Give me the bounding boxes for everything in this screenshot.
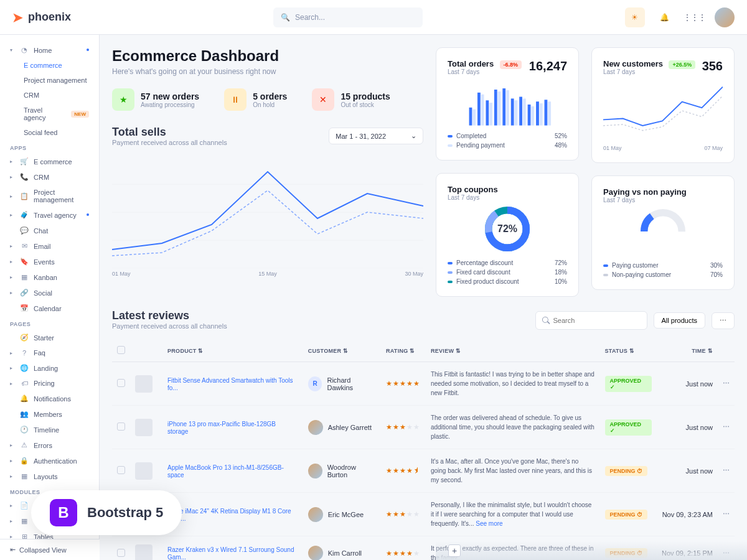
nav-social-feed[interactable]: Social feed: [0, 125, 99, 140]
section-pages: PAGES: [0, 316, 99, 330]
chart-x-labels: 01 May 15 May 30 May: [112, 271, 423, 277]
col-checkbox[interactable]: [112, 340, 130, 362]
app-crm[interactable]: ▸📞CRM: [0, 169, 99, 185]
nav-ecommerce[interactable]: E commerce: [0, 58, 99, 73]
reviews-title: Latest reviews: [112, 309, 227, 322]
status-badge: PENDING ⏱: [605, 466, 648, 476]
page-pricing[interactable]: ▸🏷Pricing: [0, 376, 99, 391]
user-avatar[interactable]: [715, 7, 735, 27]
app-pm[interactable]: ▸📋Project management: [0, 185, 99, 207]
page-faq[interactable]: ▸?Faq: [0, 345, 99, 360]
file-icon: 📄: [20, 502, 29, 510]
product-link[interactable]: Apple MacBook Pro 13 inch-M1-8/256GB-spa…: [167, 464, 284, 478]
svg-rect-15: [481, 95, 484, 126]
pct-badge: -6.8%: [500, 60, 522, 69]
tag-icon: 🏷: [20, 380, 29, 387]
product-link[interactable]: Apple iMac 24" 4K Retina Display M1 8 Co…: [167, 508, 291, 522]
row-actions-button[interactable]: ⋯: [723, 380, 730, 387]
col-rating[interactable]: RATING ⇅: [381, 340, 426, 362]
svg-rect-19: [515, 100, 518, 125]
product-link[interactable]: Fitbit Sense Advanced Smartwatch with To…: [167, 377, 293, 391]
nav-travel[interactable]: Travel agencyNEW: [0, 103, 99, 125]
chevron-down-icon: ▾: [10, 47, 12, 53]
page-notifications[interactable]: ▸🔔Notifications: [0, 391, 99, 406]
sidebar: ▾ ◔ Home E commerce Project management C…: [0, 35, 100, 560]
nav-crm[interactable]: CRM: [0, 88, 99, 103]
col-time[interactable]: TIME ⇅: [657, 340, 718, 362]
col-status[interactable]: STATUS ⇅: [600, 340, 657, 362]
col-customer[interactable]: CUSTOMER ⇅: [303, 340, 381, 362]
theme-toggle-icon[interactable]: ☀: [625, 7, 645, 27]
apps-grid-icon[interactable]: ⋮⋮⋮: [685, 7, 705, 27]
left-column: Ecommerce Dashboard Here's what's going …: [112, 47, 423, 297]
global-search[interactable]: 🔍 Search...: [273, 7, 423, 27]
svg-rect-10: [519, 97, 522, 126]
date-range-select[interactable]: Mar 1 - 31, 2022 ⌄: [329, 128, 423, 144]
page-timeline[interactable]: ▸🕐Timeline: [0, 422, 99, 437]
table-row: Apple MacBook Pro 13 inch-M1-8/256GB-spa…: [112, 449, 735, 493]
pause-icon: ⏸: [224, 88, 247, 111]
more-button[interactable]: ⋯: [712, 312, 735, 329]
customer-cell[interactable]: Ashley Garrett: [308, 420, 376, 435]
row-actions-button[interactable]: ⋯: [723, 510, 730, 518]
product-thumbnail: [135, 544, 153, 560]
reviews-table: PRODUCT ⇅ CUSTOMER ⇅ RATING ⇅ REVIEW ⇅ S…: [112, 340, 735, 560]
clock-icon: 🕐: [20, 426, 29, 434]
svg-rect-16: [489, 103, 492, 125]
new-customers-card: New customers +26.5% Last 7 days 356 01 …: [591, 47, 735, 163]
app-kanban[interactable]: ▸▦Kanban: [0, 269, 99, 285]
app-email[interactable]: ▸✉Email: [0, 238, 99, 254]
row-actions-button[interactable]: ⋯: [723, 467, 730, 474]
bell-icon: 🔔: [20, 394, 29, 403]
table-row: Fitbit Sense Advanced Smartwatch with To…: [112, 362, 735, 406]
app-calendar[interactable]: ▸📅Calendar: [0, 301, 99, 316]
svg-rect-14: [472, 110, 476, 126]
time-cell: Just now: [657, 362, 718, 406]
filter-products-button[interactable]: All products: [654, 312, 705, 329]
customer-cell[interactable]: RRichard Dawkins: [308, 376, 376, 391]
app-ecommerce[interactable]: ▸🛒E commerce: [0, 154, 99, 169]
product-link[interactable]: iPhone 13 pro max-Pacific Blue-128GB sto…: [167, 421, 276, 435]
customer-cell[interactable]: Woodrow Burton: [308, 464, 376, 478]
page-layouts[interactable]: ▸▦Layouts: [0, 469, 99, 484]
row-actions-button[interactable]: ⋯: [723, 423, 730, 431]
collapse-icon: ⇤: [10, 546, 16, 554]
rating-stars: ★★★★★: [386, 380, 420, 387]
section-apps: APPS: [0, 140, 99, 154]
svg-rect-12: [536, 101, 539, 125]
row-checkbox: [117, 549, 125, 557]
product-thumbnail: [135, 375, 153, 393]
page-errors[interactable]: ▸⚠Errors: [0, 437, 99, 453]
table-row: Apple iMac 24" 4K Retina Display M1 8 Co…: [112, 493, 735, 536]
app-travel[interactable]: ▸🧳Travel agency: [0, 207, 99, 223]
plus-button[interactable]: +: [448, 544, 461, 557]
total-sells-subtitle: Payment received across all channels: [112, 139, 227, 146]
app-chat[interactable]: ▸💬Chat: [0, 223, 99, 238]
collapsed-view-toggle[interactable]: ⇤ Collapsed View: [0, 539, 100, 560]
customer-cell[interactable]: Eric McGee: [308, 507, 376, 522]
search-placeholder: Search...: [295, 13, 325, 22]
product-link[interactable]: Razer Kraken v3 x Wired 7.1 Surroung Sou…: [167, 546, 294, 560]
col-review[interactable]: REVIEW ⇅: [426, 340, 600, 362]
nav-project-mgmt[interactable]: Project management: [0, 73, 99, 88]
nav-home[interactable]: ▾ ◔ Home: [0, 42, 99, 58]
page-auth[interactable]: ▸🔒Authentication: [0, 453, 99, 469]
app-events[interactable]: ▸🔖Events: [0, 254, 99, 269]
star-icon: ★: [112, 88, 134, 111]
status-badge: PENDING ⏱: [605, 510, 648, 520]
logo[interactable]: ➤ phoenix: [12, 10, 71, 25]
product-thumbnail: [135, 462, 153, 480]
status-badge: APPROVED ✓: [605, 419, 652, 436]
app-social[interactable]: ▸🔗Social: [0, 285, 99, 301]
bottom-decor: +: [436, 541, 747, 560]
page-members[interactable]: ▸👥Members: [0, 406, 99, 422]
time-cell: Just now: [657, 449, 718, 493]
page-starter[interactable]: ▸🧭Starter: [0, 330, 99, 345]
bell-icon[interactable]: 🔔: [655, 7, 675, 27]
compass-icon: 🧭: [20, 334, 29, 342]
reviews-search-input[interactable]: [535, 311, 647, 330]
customer-cell[interactable]: Kim Carroll: [308, 546, 376, 560]
col-product[interactable]: PRODUCT ⇅: [162, 340, 303, 362]
page-landing[interactable]: ▸🌐Landing: [0, 360, 99, 376]
pie-icon: ◔: [20, 46, 29, 54]
